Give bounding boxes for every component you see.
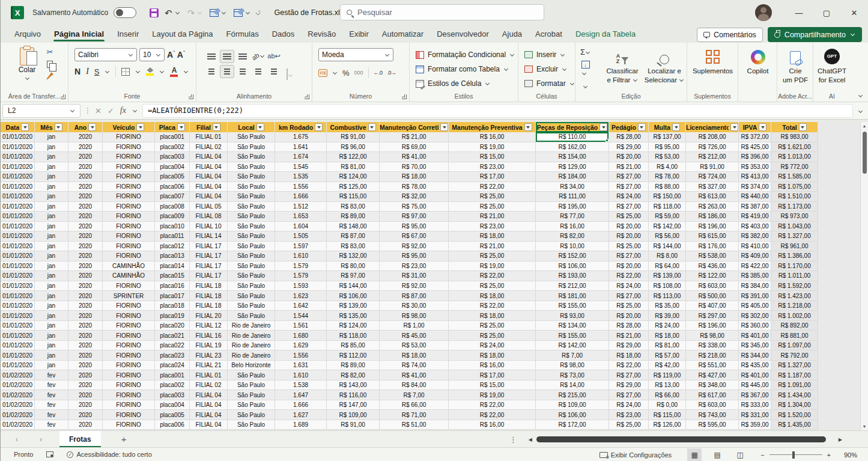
table-cell[interactable]: R$ 25,00 xyxy=(449,192,536,202)
table-cell[interactable]: Belo Horizonte xyxy=(228,361,275,371)
table-cell[interactable]: R$ 106,00 xyxy=(327,291,380,301)
table-cell[interactable]: R$ 1.592,00 xyxy=(771,281,818,292)
table-cell[interactable]: jan xyxy=(35,172,68,182)
table-cell[interactable]: R$ 359,00 xyxy=(739,420,771,430)
table-cell[interactable]: R$ 84,00 xyxy=(380,380,449,391)
table-cell[interactable]: FIORINO xyxy=(103,242,155,252)
table-cell[interactable]: R$ 88,00 xyxy=(649,182,686,192)
table-cell[interactable]: 01/01/2020 xyxy=(1,341,35,351)
table-cell[interactable]: placa017 xyxy=(155,291,190,301)
table-cell[interactable]: R$ 19,00 xyxy=(449,390,536,400)
table-cell[interactable]: FILIAL 17 xyxy=(190,251,228,261)
table-cell[interactable]: placa024 xyxy=(155,361,190,371)
table-cell[interactable]: 1.666 xyxy=(275,400,327,411)
table-cell[interactable]: FILIAL 05 xyxy=(190,202,228,212)
vertical-scroll-thumb[interactable] xyxy=(863,132,867,174)
table-cell[interactable]: São Paulo xyxy=(228,142,275,153)
table-cell[interactable]: 1.544 xyxy=(275,311,327,321)
table-cell[interactable]: R$ 19,00 xyxy=(449,142,536,153)
table-cell[interactable]: R$ 28,00 xyxy=(609,132,649,142)
table-cell[interactable]: R$ 124,00 xyxy=(327,172,380,182)
increase-indent-button[interactable] xyxy=(267,65,281,78)
format-painter-button[interactable] xyxy=(46,72,53,79)
table-cell[interactable]: R$ 195,00 xyxy=(536,202,609,212)
table-cell[interactable]: São Paulo xyxy=(228,410,275,420)
table-cell[interactable]: R$ 196,00 xyxy=(686,222,739,232)
column-header-combust-ve[interactable]: Combustíve xyxy=(327,122,380,132)
table-cell[interactable]: jan xyxy=(35,311,68,321)
zoom-slider-thumb[interactable] xyxy=(792,451,795,459)
table-cell[interactable]: FIORINO xyxy=(103,380,155,391)
table-cell[interactable]: R$ 13,00 xyxy=(649,380,686,391)
table-cell[interactable]: Rio de Janeiro xyxy=(228,321,275,331)
table-cell[interactable]: R$ 91,00 xyxy=(686,162,739,172)
table-cell[interactable]: jan xyxy=(35,321,68,331)
table-cell[interactable]: R$ 617,00 xyxy=(686,390,739,400)
table-cell[interactable]: placa015 xyxy=(155,271,190,281)
table-cell[interactable]: R$ 81,00 xyxy=(649,341,686,351)
table-cell[interactable]: R$ 422,00 xyxy=(739,261,771,272)
table-cell[interactable]: 01/01/2020 xyxy=(1,321,35,331)
table-cell[interactable]: São Paulo xyxy=(228,152,275,162)
table-cell[interactable]: R$ 85,00 xyxy=(327,341,380,351)
table-cell[interactable]: R$ 80,00 xyxy=(327,261,380,272)
table-cell[interactable]: R$ 1.097,00 xyxy=(771,341,818,351)
table-cell[interactable]: 1.556 xyxy=(275,182,327,192)
table-cell[interactable]: 1.680 xyxy=(275,331,327,341)
table-cell[interactable]: R$ 82,00 xyxy=(327,370,380,380)
table-cell[interactable]: R$ 405,00 xyxy=(739,301,771,311)
table-cell[interactable]: R$ 212,00 xyxy=(686,152,739,162)
table-cell[interactable]: R$ 18,00 xyxy=(449,291,536,301)
table-cell[interactable]: FIORINO xyxy=(103,142,155,153)
formula-input[interactable]: =ALEATÓRIOENTRE(0;222) xyxy=(142,104,853,118)
table-cell[interactable]: 01/01/2020 xyxy=(1,162,35,172)
scroll-down-icon[interactable]: ▼ xyxy=(861,424,868,429)
table-cell[interactable]: R$ 396,00 xyxy=(739,152,771,162)
selected-cell[interactable]: R$ 110,00 xyxy=(536,132,609,142)
table-cell[interactable]: R$ 538,00 xyxy=(686,251,739,261)
column-header-local[interactable]: Local xyxy=(228,122,275,132)
table-cell[interactable]: 2020 xyxy=(68,350,103,361)
table-cell[interactable]: FILIAL 21 xyxy=(190,361,228,371)
table-cell[interactable]: R$ 382,00 xyxy=(739,231,771,242)
table-cell[interactable]: R$ 18,00 xyxy=(449,350,536,361)
percent-style-button[interactable]: % xyxy=(342,69,350,78)
table-cell[interactable]: 2020 xyxy=(68,281,103,292)
table-cell[interactable]: R$ 29,00 xyxy=(609,380,649,391)
table-cell[interactable]: R$ 109,00 xyxy=(327,410,380,420)
table-cell[interactable]: fev xyxy=(35,400,68,411)
table-cell[interactable]: R$ 122,00 xyxy=(327,152,380,162)
table-cell[interactable]: R$ 89,00 xyxy=(327,361,380,371)
copy-button[interactable] xyxy=(47,61,53,68)
create-pdf-button[interactable]: Crie um PDF xyxy=(777,46,813,85)
hscroll-left-icon[interactable]: ◀ xyxy=(529,437,532,442)
table-cell[interactable]: CAMINHÃO xyxy=(103,261,155,272)
table-cell[interactable]: jan xyxy=(35,261,68,272)
column-header-data[interactable]: Data xyxy=(1,122,35,132)
table-macro-icon-2[interactable] xyxy=(234,9,243,17)
alignment-dialog-launcher[interactable] xyxy=(305,94,309,99)
table-cell[interactable]: 1.675 xyxy=(275,132,327,142)
table-cell[interactable]: 01/01/2020 xyxy=(1,331,35,341)
table-cell[interactable]: R$ 51,00 xyxy=(380,420,449,430)
table-cell[interactable]: R$ 1.013,00 xyxy=(771,152,818,162)
table-cell[interactable]: R$ 152,00 xyxy=(536,251,609,261)
table-cell[interactable]: 01/01/2020 xyxy=(1,222,35,232)
find-select-button[interactable]: Localizar e Selecionar xyxy=(643,46,686,85)
table-cell[interactable]: 2020 xyxy=(68,212,103,222)
table-cell[interactable]: R$ 212,00 xyxy=(536,281,609,292)
column-header-ipva[interactable]: IPVA xyxy=(739,122,771,132)
table-cell[interactable]: R$ 1.386,00 xyxy=(771,251,818,261)
table-cell[interactable]: R$ 792,00 xyxy=(771,350,818,361)
table-cell[interactable]: jan xyxy=(35,212,68,222)
table-cell[interactable]: FILIAL 18 xyxy=(190,301,228,311)
fill-handle[interactable] xyxy=(605,139,609,142)
table-cell[interactable]: R$ 115,00 xyxy=(649,410,686,420)
table-cell[interactable]: R$ 162,00 xyxy=(536,142,609,153)
font-name-select[interactable]: Calibri xyxy=(74,48,137,61)
table-cell[interactable]: R$ 20,00 xyxy=(609,231,649,242)
autosum-button[interactable]: Σ xyxy=(580,47,590,56)
table-cell[interactable]: R$ 83,00 xyxy=(327,202,380,212)
table-cell[interactable]: FILIAL 04 xyxy=(190,192,228,202)
ribbon-tab-design-da-tabela[interactable]: Design da Tabela xyxy=(569,25,642,43)
